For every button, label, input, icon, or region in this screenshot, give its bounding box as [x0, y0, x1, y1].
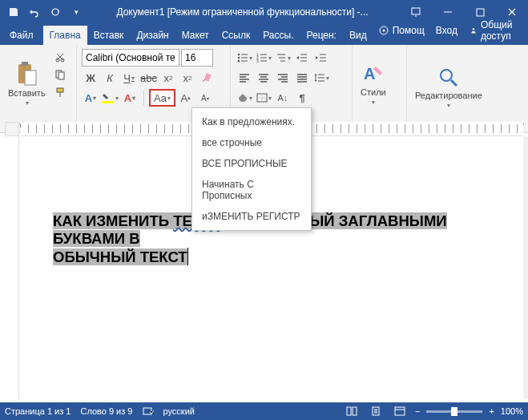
zoom-out-button[interactable]: −: [415, 406, 420, 416]
svg-point-24: [441, 70, 452, 81]
view-read-icon[interactable]: [343, 403, 361, 419]
window-title: Документ1 [Режим ограниченной функционал…: [85, 6, 400, 18]
highlight-button[interactable]: ▾: [101, 89, 119, 107]
zoom-in-button[interactable]: +: [489, 406, 494, 416]
show-marks-button[interactable]: ¶: [293, 89, 311, 107]
redo-icon[interactable]: [46, 3, 64, 21]
font-size-select[interactable]: [181, 49, 213, 67]
svg-rect-8: [25, 71, 36, 85]
svg-rect-2: [477, 9, 484, 16]
shading-button[interactable]: ▾: [236, 89, 253, 107]
case-toggle[interactable]: иЗМЕНИТЬ РЕГИСТР: [192, 206, 311, 227]
justify-button[interactable]: [293, 69, 311, 87]
svg-rect-12: [58, 72, 64, 79]
subscript-button[interactable]: x2: [159, 69, 177, 87]
sort-button[interactable]: А↓: [274, 89, 292, 107]
svg-rect-13: [57, 88, 63, 92]
login-button[interactable]: Вход: [431, 22, 462, 39]
underline-button[interactable]: Ч▾: [120, 69, 138, 87]
tell-me-label: Помощ: [393, 25, 425, 36]
svg-text:A: A: [364, 65, 375, 83]
svg-rect-29: [395, 407, 405, 415]
tell-me-button[interactable]: Помощ: [373, 22, 429, 39]
line-spacing-button[interactable]: ▾: [312, 69, 330, 87]
align-center-button[interactable]: [255, 69, 272, 87]
share-button[interactable]: Общий доступ: [464, 16, 524, 45]
numbering-button[interactable]: 123▾: [255, 49, 272, 67]
align-left-button[interactable]: [236, 69, 253, 87]
zoom-slider[interactable]: [426, 410, 482, 413]
svg-point-4: [382, 30, 385, 32]
editing-button[interactable]: Редактирование ▾: [410, 47, 487, 128]
case-uppercase[interactable]: ВСЕ ПРОПИСНЫЕ: [192, 153, 311, 174]
align-right-button[interactable]: [274, 69, 292, 87]
qat-customize-icon[interactable]: ▾: [67, 3, 85, 21]
svg-rect-1: [412, 8, 420, 14]
text-effects-button[interactable]: A▾: [82, 89, 99, 107]
tab-home[interactable]: Главна: [43, 26, 87, 45]
status-words[interactable]: Слово 9 из 9: [80, 406, 132, 416]
superscript-button[interactable]: x2: [179, 69, 196, 87]
grow-font-button[interactable]: A▴: [177, 89, 195, 107]
paste-button[interactable]: Вставить ▾: [3, 47, 50, 119]
change-case-menu: Как в предложениях. все строчные ВСЕ ПРО…: [191, 107, 312, 231]
view-print-icon[interactable]: [367, 403, 385, 419]
strikethrough-button[interactable]: abc: [139, 69, 158, 87]
view-web-icon[interactable]: [391, 403, 409, 419]
cut-icon[interactable]: [52, 49, 68, 65]
format-painter-icon[interactable]: [52, 84, 68, 100]
change-case-button[interactable]: Aa▾: [149, 89, 175, 107]
undo-icon[interactable]: [26, 3, 43, 21]
svg-rect-25: [143, 408, 151, 414]
tab-layout[interactable]: Макет: [175, 26, 216, 45]
svg-rect-15: [102, 101, 113, 103]
paste-label: Вставить: [8, 88, 46, 98]
svg-point-18: [237, 60, 240, 63]
login-label: Вход: [436, 25, 457, 36]
tab-references[interactable]: Ссылк: [216, 26, 257, 45]
tab-review[interactable]: Рецен:: [300, 26, 343, 45]
vertical-ruler[interactable]: [5, 136, 19, 399]
svg-rect-27: [353, 407, 357, 415]
font-color-button[interactable]: A▾: [121, 89, 139, 107]
bullets-button[interactable]: ▾: [236, 49, 253, 67]
italic-button[interactable]: К: [101, 69, 119, 87]
tab-insert[interactable]: Вставк: [87, 26, 131, 45]
borders-button[interactable]: ▾: [255, 89, 272, 107]
tab-design[interactable]: Дизайн: [130, 26, 175, 45]
bold-button[interactable]: Ж: [82, 69, 99, 87]
svg-point-5: [473, 28, 474, 30]
multilevel-list-button[interactable]: ▾: [274, 49, 292, 67]
svg-point-0: [52, 9, 58, 15]
zoom-level[interactable]: 100%: [501, 406, 523, 416]
chevron-down-icon: ▾: [372, 99, 375, 106]
tab-mailings[interactable]: Рассы.: [256, 26, 300, 45]
svg-rect-26: [347, 407, 351, 415]
svg-point-17: [237, 57, 240, 59]
vertical-scrollbar[interactable]: [523, 136, 528, 399]
change-case-label: Aa: [154, 92, 167, 104]
text-cursor: [187, 248, 188, 265]
tab-view[interactable]: Вид: [343, 26, 373, 45]
save-icon[interactable]: [5, 3, 22, 21]
tab-file[interactable]: Файл: [0, 26, 43, 45]
decrease-indent-button[interactable]: [293, 49, 311, 67]
font-name-select[interactable]: [82, 49, 179, 67]
copy-icon[interactable]: [52, 67, 68, 83]
shrink-font-button[interactable]: A▾: [196, 89, 214, 107]
increase-indent-button[interactable]: [312, 49, 330, 67]
case-lowercase[interactable]: все строчные: [192, 132, 311, 153]
status-spellcheck-icon[interactable]: [143, 406, 154, 417]
status-language[interactable]: русский: [163, 406, 195, 416]
styles-button[interactable]: A Стили ▾: [356, 47, 391, 119]
svg-rect-14: [204, 73, 212, 82]
status-page[interactable]: Страница 1 из 1: [5, 406, 71, 416]
case-sentence[interactable]: Как в предложениях.: [192, 111, 311, 132]
case-capitalize[interactable]: Начинать С Прописных: [192, 174, 311, 206]
zoom-thumb[interactable]: [451, 407, 457, 416]
chevron-down-icon: ▾: [447, 102, 450, 109]
styles-label: Стили: [361, 87, 386, 97]
clear-format-icon[interactable]: [198, 69, 216, 87]
svg-text:3: 3: [256, 59, 259, 63]
share-label: Общий доступ: [481, 19, 518, 42]
